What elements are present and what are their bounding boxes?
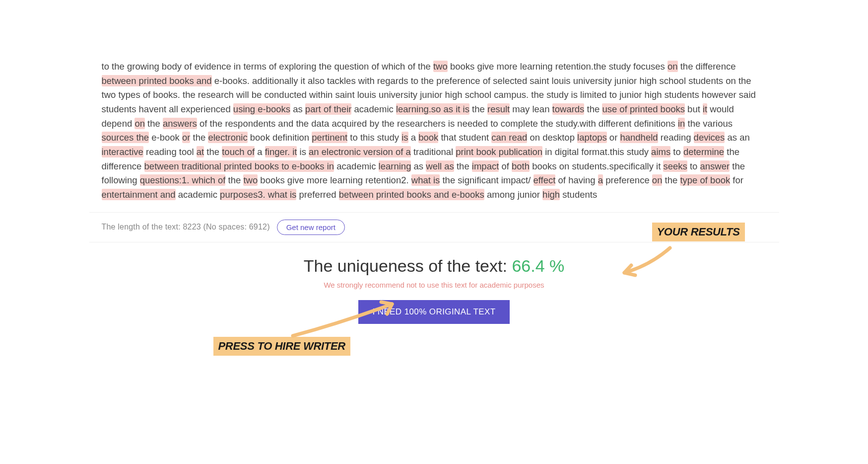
text-segment: reading (658, 132, 694, 143)
highlighted-phrase: use of printed books (602, 103, 685, 115)
text-segment: the (145, 118, 163, 129)
uniqueness-prefix: The uniqueness of the text: (304, 256, 512, 275)
highlighted-phrase: it (703, 103, 707, 115)
highlighted-phrase: between printed books and (102, 75, 212, 86)
highlighted-phrase: two (433, 61, 448, 72)
highlighted-phrase: between printed books and e-books (339, 189, 484, 200)
main-container: to the growing body of evidence in terms… (89, 0, 779, 342)
text-segment: that student (438, 132, 491, 143)
text-segment: to (687, 161, 700, 171)
highlighted-phrase: part of their (305, 103, 352, 115)
highlighted-phrase: purposes3. what is (220, 189, 296, 200)
need-original-text-button[interactable]: I NEED 100% ORIGINAL TEXT (358, 300, 509, 324)
highlighted-phrase: in (678, 118, 685, 129)
highlighted-phrase: effect (534, 174, 556, 186)
text-segment: books give more learning retention2. (258, 175, 411, 185)
text-segment: the (469, 104, 487, 114)
highlighted-phrase: using e-books (233, 103, 290, 115)
highlighted-phrase: seeks (663, 160, 687, 172)
highlighted-phrase: can read (491, 132, 527, 143)
text-segment: preference (603, 175, 652, 185)
text-segment: book definition (248, 132, 312, 143)
text-segment: the significant impact/ (440, 175, 533, 185)
highlighted-phrase: learning.so as it is (396, 103, 469, 115)
text-segment: is (297, 147, 309, 157)
highlighted-phrase: well as (426, 160, 454, 172)
highlighted-phrase: finger. it (265, 146, 297, 157)
highlighted-phrase: between traditional printed books to e-b… (144, 160, 334, 172)
text-segment: to (670, 147, 683, 157)
highlighted-phrase: a (598, 174, 603, 186)
highlighted-phrase: high (542, 189, 560, 200)
text-segment: as (411, 161, 426, 171)
uniqueness-value: 66.4 % (512, 256, 564, 275)
text-segment: of the respondents and the data acquired… (197, 118, 678, 129)
text-segment: students (560, 189, 597, 200)
highlighted-phrase: print book publication (456, 146, 542, 157)
text-segment: books on students.specifically it (530, 161, 663, 171)
text-segment: books give more learning retention.the s… (448, 61, 668, 72)
text-segment: the (454, 161, 472, 171)
text-segment: the various (685, 118, 733, 129)
highlighted-phrase: book (418, 132, 438, 143)
analyzed-text: to the growing body of evidence in terms… (102, 60, 767, 202)
highlighted-phrase: learning (379, 160, 411, 172)
highlighted-phrase: result (487, 103, 510, 115)
text-segment: among junior (484, 189, 542, 200)
text-segment: a (255, 147, 265, 157)
text-segment: as an (725, 132, 749, 143)
highlighted-phrase: sources the (102, 132, 149, 143)
highlighted-phrase: impact (472, 160, 499, 172)
text-segment: as (290, 104, 305, 114)
text-segment: for (730, 175, 743, 185)
highlighted-phrase: handheld (620, 132, 658, 143)
highlighted-phrase: laptops (577, 132, 607, 143)
highlighted-phrase: an electronic version of a (309, 146, 411, 157)
text-segment: preferred (296, 189, 338, 200)
text-segment: may lean (510, 104, 552, 114)
warning-text: We strongly recommend not to use this te… (102, 281, 767, 289)
text-segment: a (408, 132, 419, 143)
text-segment: traditional (411, 147, 456, 157)
highlighted-phrase: touch of (222, 146, 255, 157)
highlighted-phrase: interactive (102, 146, 143, 157)
highlighted-phrase: aims (651, 146, 670, 157)
highlighted-phrase: determine (683, 146, 724, 157)
text-segment: academic (176, 189, 220, 200)
text-segment: to this study (347, 132, 401, 143)
text-segment: the (584, 104, 602, 114)
text-segment: the (662, 175, 680, 185)
text-segment: of having (555, 175, 598, 185)
text-segment: e-book (149, 132, 182, 143)
text-segment: the (204, 147, 222, 157)
text-segment: on desktop (527, 132, 577, 143)
highlighted-phrase: what is (411, 174, 440, 186)
annotation-press-to-hire: PRESS TO HIRE WRITER (213, 337, 350, 356)
highlighted-phrase: on (134, 118, 145, 129)
text-segment: the (190, 132, 208, 143)
highlighted-phrase: type of book (680, 174, 730, 186)
highlighted-phrase: entertainment and (102, 189, 176, 200)
annotation-your-results: YOUR RESULTS (652, 223, 745, 241)
text-segment: or (607, 132, 620, 143)
text-segment: of (499, 161, 512, 171)
highlighted-phrase: answer (700, 160, 730, 172)
text-length-label: The length of the text: 8223 (No spaces:… (102, 223, 270, 232)
highlighted-phrase: towards (552, 103, 585, 115)
text-segment: to the growing body of evidence in terms… (102, 61, 433, 72)
highlighted-phrase: answers (163, 118, 197, 129)
text-segment: academic (334, 161, 378, 171)
highlighted-phrase: devices (694, 132, 725, 143)
highlighted-phrase: at (197, 146, 204, 157)
highlighted-phrase: on (668, 61, 678, 72)
highlighted-phrase: on (652, 174, 663, 186)
get-new-report-button[interactable]: Get new report (277, 220, 345, 235)
text-segment: but (685, 104, 703, 114)
highlighted-phrase: both (512, 160, 530, 172)
text-segment: reading tool (143, 147, 197, 157)
highlighted-phrase: electronic (208, 132, 247, 143)
highlighted-phrase: or (182, 132, 190, 143)
text-segment: in digital format.this study (542, 147, 651, 157)
highlighted-phrase: is (401, 132, 408, 143)
text-segment: the difference (678, 61, 736, 72)
